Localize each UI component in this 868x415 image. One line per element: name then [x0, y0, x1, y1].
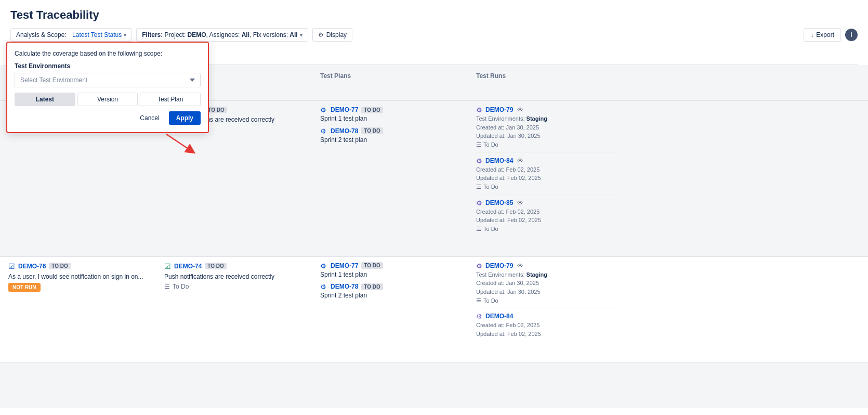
- test-plan-icon-78-row2: ⚙: [320, 283, 327, 290]
- not-run-badge: NOT RUN: [8, 283, 41, 292]
- popup-env-label: Test Environments: [15, 62, 201, 70]
- run-status-85: ☰ To Do: [476, 226, 615, 232]
- req-checkbox-icon: ☑: [8, 262, 15, 270]
- run-link-demo79-row2[interactable]: DEMO-79: [485, 262, 513, 269]
- eye-icon-79-row2: 👁: [517, 262, 523, 269]
- run-item-79-row2: ⚙ DEMO-79 👁 Test Environments: Staging C…: [476, 262, 615, 309]
- export-label: Export: [816, 31, 834, 38]
- display-button[interactable]: ⚙ Display: [312, 28, 352, 42]
- test-plan-link-demo78[interactable]: DEMO-78: [331, 127, 358, 135]
- mode-btn-test-plan[interactable]: Test Plan: [140, 93, 201, 106]
- todo-text-row2: To Do: [173, 283, 189, 290]
- run-link-demo79[interactable]: DEMO-79: [485, 106, 513, 113]
- toolbar: Analysis & Scope: Latest Test Status ▾ F…: [10, 28, 858, 42]
- run-icon-85: ⚙: [476, 199, 483, 206]
- page: Test Traceability Analysis & Scope: Late…: [0, 0, 868, 415]
- test-plan-status-77-row2: TO DO: [361, 262, 383, 269]
- popup-title: Calculate the coverage based on the foll…: [15, 50, 201, 57]
- run-meta-84: Created at: Feb 02, 2025 Updated at: Feb…: [476, 165, 615, 183]
- test-plans-cell-row2: ⚙ DEMO-77 TO DO Sprint 1 test plan ⚙ DEM…: [312, 257, 468, 352]
- test-case-cell-row2: ☑ DEMO-74 TO DO Push notifications are r…: [156, 257, 312, 352]
- test-plan-icon-78: ⚙: [320, 127, 327, 135]
- test-plan-link-demo77[interactable]: DEMO-77: [331, 106, 358, 113]
- info-icon: i: [850, 31, 852, 38]
- info-button[interactable]: i: [845, 29, 858, 41]
- test-plan-title-78: Sprint 2 test plan: [320, 136, 459, 145]
- test-plan-title-77: Sprint 1 test plan: [320, 114, 459, 123]
- download-icon: ↓: [810, 31, 813, 38]
- run-meta-79-row2: Test Environments: Staging Created at: J…: [476, 270, 615, 296]
- list-icon-84: ☰: [476, 184, 481, 190]
- test-case-link-demo74-row2[interactable]: DEMO-74: [174, 263, 202, 270]
- defects-cell-row2: [0, 352, 156, 362]
- test-plan-status-77: TO DO: [361, 107, 383, 113]
- req-title-76: As a user, I would see notification on s…: [8, 273, 148, 281]
- eye-icon-84: 👁: [517, 157, 523, 164]
- page-title: Test Traceability: [10, 8, 858, 22]
- run-meta-85: Created at: Feb 02, 2025 Updated at: Feb…: [476, 208, 615, 225]
- analysis-label: Analysis & Scope:: [16, 31, 67, 38]
- cancel-button[interactable]: Cancel: [135, 112, 164, 124]
- run-item-85: ⚙ DEMO-85 👁 Created at: Feb 02, 2025 Upd…: [476, 199, 615, 237]
- analysis-value: Latest Test Status: [72, 31, 122, 38]
- mode-btn-latest[interactable]: Latest: [15, 93, 75, 106]
- chevron-down-icon: ▾: [124, 32, 126, 38]
- list-icon-row2: ☰: [164, 283, 170, 290]
- test-case-title-row2: Push notifications are received correctl…: [164, 273, 304, 281]
- test-runs-cell-row2: ⚙ DEMO-79 👁 Test Environments: Staging C…: [468, 257, 624, 352]
- filters-label: Filters: Project: DEMO, Assignees: All, …: [142, 31, 297, 38]
- run-icon-79: ⚙: [476, 106, 483, 113]
- run-item-79: ⚙ DEMO-79 👁 Test Environments: Staging C…: [476, 106, 615, 153]
- test-plans-cell: ⚙ DEMO-77 TO DO Sprint 1 test plan ⚙ DEM…: [312, 101, 468, 246]
- test-plan-status-78-row2: TO DO: [361, 283, 383, 290]
- run-link-demo84[interactable]: DEMO-84: [485, 157, 513, 164]
- req-link-demo76[interactable]: DEMO-76: [18, 263, 46, 270]
- list-icon-79: ☰: [476, 141, 481, 148]
- test-plan-icon-77: ⚙: [320, 106, 327, 113]
- test-plan-title-78-row2: Sprint 2 test plan: [320, 291, 459, 300]
- test-case-status-row2: TO DO: [205, 263, 226, 269]
- list-icon-85: ☰: [476, 226, 481, 232]
- export-button[interactable]: ↓ Export: [804, 28, 841, 42]
- run-item-84: ⚙ DEMO-84 👁 Created at: Feb 02, 2025 Upd…: [476, 157, 615, 195]
- popup-actions: Cancel Apply: [15, 111, 201, 125]
- test-plan-link-demo77-row2[interactable]: DEMO-77: [331, 262, 358, 269]
- run-icon-84-row2: ⚙: [476, 313, 483, 320]
- eye-icon-79: 👁: [517, 106, 523, 113]
- run-status-79: ☰ To Do: [476, 141, 615, 148]
- test-plan-status-78: TO DO: [361, 127, 383, 134]
- filters-chevron-icon: ▾: [300, 32, 303, 38]
- col-test-runs: Test Runs: [468, 69, 624, 83]
- run-link-demo85[interactable]: DEMO-85: [485, 199, 513, 206]
- eye-icon-85: 👁: [517, 199, 523, 206]
- test-plan-icon-77-row2: ⚙: [320, 262, 327, 269]
- req-status-76: TO DO: [49, 263, 70, 269]
- run-meta-84-row2: Created at: Feb 02, 2025 Updated at: Feb…: [476, 321, 615, 338]
- env-select[interactable]: Select Test Environment: [15, 73, 201, 87]
- test-case-check-icon: ☑: [164, 262, 171, 270]
- popup-overlay: Calculate the coverage based on the foll…: [6, 42, 209, 133]
- filters-dropdown[interactable]: Filters: Project: DEMO, Assignees: All, …: [136, 28, 308, 42]
- col-test-plans: Test Plans: [312, 69, 468, 83]
- apply-button[interactable]: Apply: [169, 111, 201, 125]
- req-cell-76: ☑ DEMO-76 TO DO As a user, I would see n…: [0, 257, 156, 352]
- mode-buttons: Latest Version Test Plan: [15, 93, 201, 106]
- run-meta-79: Test Environments: Staging Created at: J…: [476, 114, 615, 140]
- defects-cell-row1: [0, 246, 156, 256]
- run-icon-84: ⚙: [476, 157, 483, 164]
- table-row: ☑ DEMO-76 TO DO As a user, I would see n…: [0, 257, 868, 363]
- sliders-icon: ⚙: [318, 31, 324, 38]
- run-status-79-row2: ☰ To Do: [476, 297, 615, 304]
- test-plan-link-demo78-row2[interactable]: DEMO-78: [331, 283, 358, 290]
- run-status-84: ☰ To Do: [476, 184, 615, 190]
- analysis-scope-dropdown[interactable]: Analysis & Scope: Latest Test Status ▾: [10, 28, 132, 42]
- run-link-demo84-row2[interactable]: DEMO-84: [485, 313, 513, 320]
- list-icon-79-row2: ☰: [476, 297, 481, 304]
- mode-btn-version[interactable]: Version: [77, 93, 138, 106]
- display-label: Display: [326, 31, 347, 38]
- test-runs-cell: ⚙ DEMO-79 👁 Test Environments: Staging C…: [468, 101, 624, 246]
- test-plan-title-77-row2: Sprint 1 test plan: [320, 270, 459, 279]
- run-icon-79-row2: ⚙: [476, 262, 483, 269]
- popup-box: Calculate the coverage based on the foll…: [6, 42, 209, 133]
- run-item-84-row2: ⚙ DEMO-84 Created at: Feb 02, 2025 Updat…: [476, 313, 615, 342]
